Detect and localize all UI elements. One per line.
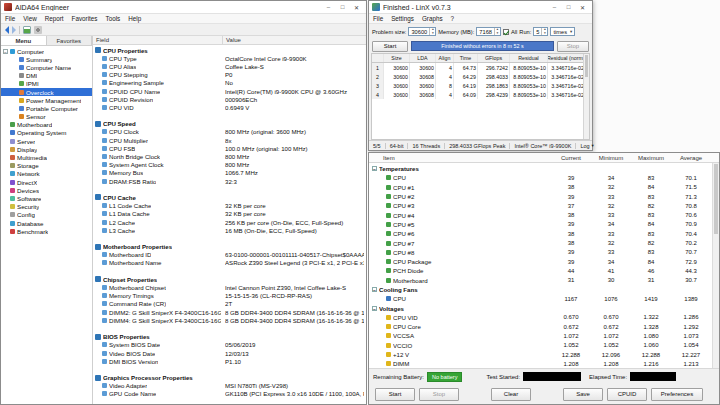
save-button[interactable]: Save	[563, 388, 603, 401]
expander-icon[interactable]	[3, 212, 8, 217]
info-row[interactable]: CPU VID 0.6949 V	[93, 103, 366, 111]
info-row[interactable]: Chipset Properties	[93, 275, 366, 283]
expander-icon[interactable]	[12, 90, 17, 95]
expander-icon[interactable]	[379, 343, 384, 348]
expander-icon[interactable]	[3, 221, 8, 226]
expander-icon[interactable]	[379, 315, 384, 320]
expander-icon[interactable]	[3, 188, 8, 193]
menu-item[interactable]: File	[1, 15, 19, 22]
info-row[interactable]	[93, 365, 366, 373]
expander-icon[interactable]	[12, 57, 17, 62]
menu-item[interactable]: ?	[447, 15, 459, 22]
info-row[interactable]: L2 Cache 256 KB per core (On-Die, ECC, F…	[93, 218, 366, 226]
expander-icon[interactable]	[12, 106, 17, 111]
maximize-button[interactable]	[562, 2, 575, 13]
info-row[interactable]: BIOS Properties	[93, 333, 366, 341]
info-row[interactable]: Video BIOS Date 12/03/13	[93, 349, 366, 357]
sidebar-tree-item[interactable]: Motherboard	[1, 121, 92, 129]
menu-item[interactable]: Help	[124, 15, 145, 22]
close-button[interactable]	[576, 2, 589, 13]
sidebar-tree-item[interactable]: Server	[1, 137, 92, 145]
sidebar-tree-item[interactable]: Storage	[1, 162, 92, 170]
info-row[interactable]: North Bridge Clock 800 MHz	[93, 152, 366, 160]
info-row[interactable]: CPU Properties	[93, 46, 366, 54]
expander-icon[interactable]	[12, 65, 17, 70]
info-row[interactable]: DIMM2: G Skill SniperX F4-3400C16-16GSXW…	[93, 308, 366, 316]
sidebar-tree-item[interactable]: − Computer	[1, 47, 92, 55]
column-header-field[interactable]: Field	[93, 36, 223, 44]
expander-icon[interactable]	[379, 250, 384, 255]
minimize-button[interactable]	[322, 2, 335, 13]
info-row[interactable]: Engineering Sample No	[93, 79, 366, 87]
sidebar-tree-item[interactable]: Operating System	[1, 129, 92, 137]
expander-icon[interactable]	[379, 231, 384, 236]
info-row[interactable]: System BIOS Date 05/06/2019	[93, 341, 366, 349]
expander-icon[interactable]	[379, 352, 384, 357]
sidebar-tree-item[interactable]: IPMI	[1, 80, 92, 88]
expander-icon[interactable]	[3, 122, 8, 127]
menu-item[interactable]: Graphs	[418, 15, 447, 22]
info-row[interactable]: Command Rate (CR) 2T	[93, 300, 366, 308]
menu-item[interactable]: View	[19, 15, 41, 22]
info-row[interactable]: L1 Code Cache 32 KB per core	[93, 202, 366, 210]
sidebar-tree-item[interactable]: Software	[1, 194, 92, 202]
info-row[interactable]	[93, 267, 366, 275]
back-icon[interactable]	[5, 26, 9, 34]
info-row[interactable]: DMI BIOS Version P1.10	[93, 357, 366, 365]
column-header-value[interactable]: Value	[223, 36, 366, 44]
info-row[interactable]: Motherboard Chipset Intel Cannon Point Z…	[93, 283, 366, 291]
expander-icon[interactable]	[3, 204, 8, 209]
info-row[interactable]: Memory Bus 1066.7 MHz	[93, 169, 366, 177]
log-dropdown[interactable]: Log	[576, 143, 597, 149]
expander-icon[interactable]	[3, 147, 8, 152]
preferences-button[interactable]: Preferences	[651, 388, 703, 401]
tab-favorites[interactable]: Favorites	[47, 36, 93, 45]
report-icon[interactable]	[23, 26, 31, 34]
expander-icon[interactable]	[379, 194, 384, 199]
sidebar-tree-item[interactable]: Portable Computer	[1, 104, 92, 112]
sidebar-tree-item[interactable]: Multimedia	[1, 153, 92, 161]
expander-icon[interactable]	[3, 196, 8, 201]
info-row[interactable]	[93, 112, 366, 120]
info-row[interactable]: GPU Code Name GK110B (PCI Express 3.0 x1…	[93, 390, 366, 398]
menu-item[interactable]: Tools	[102, 15, 125, 22]
info-row[interactable]: CPU FSB 100.0 MHz (original: 100 MHz)	[93, 144, 366, 152]
info-row[interactable]: Motherboard ID 63-0100-000001-00101111-0…	[93, 251, 366, 259]
menu-item[interactable]: Favorites	[68, 15, 102, 22]
sidebar-tree-item[interactable]: Benchmark	[1, 227, 92, 235]
expander-icon[interactable]	[3, 139, 8, 144]
start-button[interactable]: Start	[372, 41, 408, 52]
expander-icon[interactable]	[3, 229, 8, 234]
expander-icon[interactable]	[379, 185, 384, 190]
expander-icon[interactable]	[12, 81, 17, 86]
memory-spinner[interactable]	[494, 28, 500, 35]
expander-icon[interactable]	[379, 268, 384, 273]
expander-icon[interactable]	[379, 278, 384, 283]
expander-icon[interactable]	[379, 213, 384, 218]
expander-icon[interactable]: −	[3, 49, 8, 54]
info-row[interactable]: Memory Timings 15-15-15-36 (CL-RCD-RP-RA…	[93, 292, 366, 300]
forward-icon[interactable]	[12, 26, 16, 34]
expander-icon[interactable]	[3, 155, 8, 160]
sensor-scrollbar[interactable]	[712, 163, 719, 368]
info-row[interactable]: CPU Clock 800 MHz (original: 3600 MHz)	[93, 128, 366, 136]
maximize-button[interactable]	[336, 2, 349, 13]
all-checkbox[interactable]	[503, 29, 509, 35]
sidebar-tree-item[interactable]: DirectX	[1, 178, 92, 186]
expander-icon[interactable]	[379, 296, 384, 301]
preferences-icon[interactable]	[34, 26, 42, 34]
expander-icon[interactable]	[12, 114, 17, 119]
expander-icon[interactable]	[379, 324, 384, 329]
scrollbar-thumb[interactable]	[714, 164, 718, 234]
problem-size-input[interactable]: 30600	[408, 27, 436, 36]
sidebar-tree-item[interactable]: Power Management	[1, 96, 92, 104]
clear-button[interactable]: Clear	[491, 388, 531, 401]
info-row[interactable]: CPU Speed	[93, 120, 366, 128]
info-row[interactable]: L1 Data Cache 32 KB per core	[93, 210, 366, 218]
expander-icon[interactable]	[3, 130, 8, 135]
linx-titlebar[interactable]: Finished - LinX v0.7.3	[369, 1, 592, 14]
expander-icon[interactable]	[379, 259, 384, 264]
sidebar-tree-item[interactable]: DMI	[1, 72, 92, 80]
sidebar-tree-item[interactable]: Security	[1, 203, 92, 211]
results-scrollbar[interactable]	[583, 54, 589, 139]
